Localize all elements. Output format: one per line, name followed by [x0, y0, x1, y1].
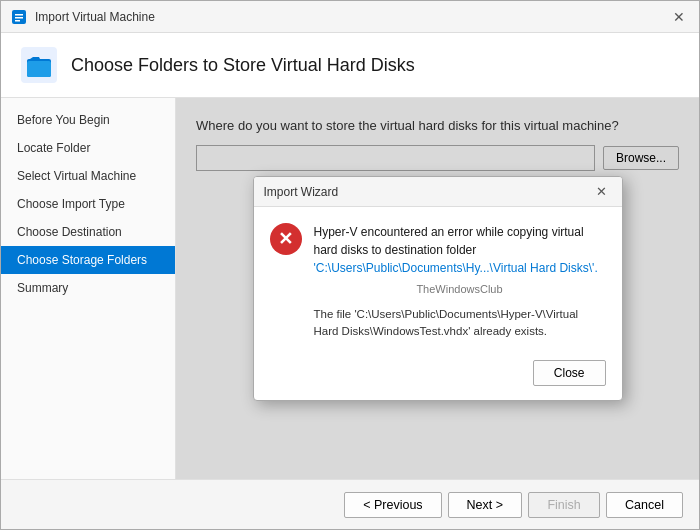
sidebar-item-choose-destination[interactable]: Choose Destination	[1, 218, 175, 246]
sidebar-item-choose-storage-folders[interactable]: Choose Storage Folders	[1, 246, 175, 274]
sidebar-item-locate-folder[interactable]: Locate Folder	[1, 134, 175, 162]
window-icon	[11, 9, 27, 25]
main-content: Where do you want to store the virtual h…	[176, 98, 699, 479]
modal-message-line1: Hyper-V encountered an error while copyi…	[314, 225, 584, 257]
finish-button[interactable]: Finish	[528, 492, 600, 518]
modal-title: Import Wizard	[264, 185, 592, 199]
modal-close-button[interactable]: Close	[533, 360, 606, 386]
next-button[interactable]: Next >	[448, 492, 522, 518]
sidebar-item-select-virtual-machine[interactable]: Select Virtual Machine	[1, 162, 175, 190]
svg-rect-5	[27, 61, 51, 77]
page-header: Choose Folders to Store Virtual Hard Dis…	[1, 33, 699, 98]
wizard-footer: < Previous Next > Finish Cancel	[1, 479, 699, 529]
window-title: Import Virtual Machine	[35, 10, 661, 24]
modal-detail-text: The file 'C:\Users\Public\Documents\Hype…	[314, 306, 606, 341]
svg-rect-1	[15, 14, 23, 16]
sidebar-item-choose-import-type[interactable]: Choose Import Type	[1, 190, 175, 218]
header-icon	[21, 47, 57, 83]
modal-body: ✕ Hyper-V encountered an error while cop…	[254, 207, 622, 352]
content-area: Before You Begin Locate Folder Select Vi…	[1, 98, 699, 479]
window-close-button[interactable]: ✕	[669, 7, 689, 27]
modal-titlebar: Import Wizard ✕	[254, 177, 622, 207]
sidebar-item-before-you-begin[interactable]: Before You Begin	[1, 106, 175, 134]
svg-rect-2	[15, 17, 23, 19]
page-title: Choose Folders to Store Virtual Hard Dis…	[71, 55, 415, 76]
main-window: Import Virtual Machine ✕ Choose Folders …	[0, 0, 700, 530]
previous-button[interactable]: < Previous	[344, 492, 441, 518]
error-icon: ✕	[270, 223, 302, 255]
svg-rect-3	[15, 20, 20, 22]
modal-footer: Close	[254, 352, 622, 400]
sidebar-item-summary[interactable]: Summary	[1, 274, 175, 302]
modal-message: Hyper-V encountered an error while copyi…	[314, 223, 606, 340]
modal-watermark: TheWindowsClub	[314, 281, 606, 298]
title-bar: Import Virtual Machine ✕	[1, 1, 699, 33]
modal-overlay: Import Wizard ✕ ✕ Hyper-V encountered an…	[176, 98, 699, 479]
cancel-button[interactable]: Cancel	[606, 492, 683, 518]
error-dialog: Import Wizard ✕ ✕ Hyper-V encountered an…	[253, 176, 623, 401]
modal-message-path: 'C:\Users\Public\Documents\Hy...\Virtual…	[314, 261, 598, 275]
sidebar: Before You Begin Locate Folder Select Vi…	[1, 98, 176, 479]
modal-close-icon-button[interactable]: ✕	[592, 182, 612, 202]
